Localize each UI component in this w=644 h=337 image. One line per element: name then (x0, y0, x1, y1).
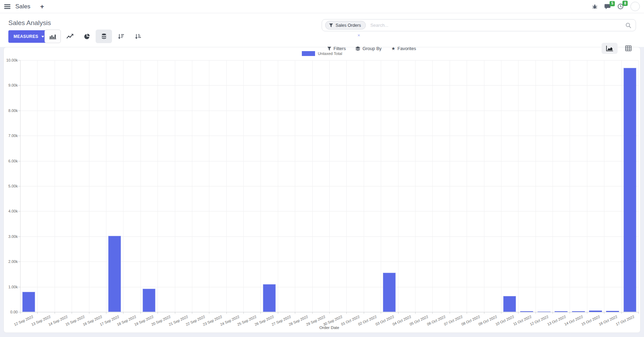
stacked-toggle-button[interactable] (96, 30, 112, 43)
x-tick-mark (501, 312, 501, 314)
debug-bug-icon[interactable] (592, 4, 597, 9)
y-tick-label: 9.00k (0, 83, 18, 87)
chart-bar[interactable] (623, 68, 636, 312)
chart-bar[interactable] (143, 289, 155, 312)
y-gridline (20, 161, 638, 161)
x-tick-mark (638, 312, 639, 314)
line-chart-button[interactable] (62, 30, 78, 43)
graph-view-button[interactable] (602, 43, 618, 54)
x-tick-mark (587, 312, 587, 314)
x-tick-mark (518, 312, 518, 314)
x-tick-mark (415, 312, 416, 314)
x-gridline (295, 60, 295, 312)
x-gridline (89, 60, 89, 312)
search-bar[interactable]: Sales Orders (322, 19, 636, 31)
chart-bar[interactable] (589, 311, 602, 312)
x-tick-mark (621, 312, 622, 314)
group-by-label: Group By (362, 46, 381, 51)
x-tick-mark (158, 312, 158, 314)
filters-button[interactable]: Filters (327, 46, 346, 51)
sort-ascending-button[interactable] (130, 30, 146, 43)
sort-descending-button[interactable] (113, 30, 129, 43)
chart-bar[interactable] (555, 311, 567, 312)
x-tick-mark (467, 312, 467, 314)
favorites-label: Favorites (397, 46, 416, 51)
activities-badge: 8 (622, 1, 628, 6)
facet-remove-button[interactable]: × (357, 33, 360, 38)
chart-bar[interactable] (606, 311, 619, 312)
search-facet-label: Sales Orders (336, 23, 361, 28)
x-tick-mark (329, 312, 330, 314)
x-gridline (432, 60, 433, 312)
y-tick-label: 6.00k (0, 159, 18, 163)
x-tick-mark (381, 312, 381, 314)
control-panel: Sales Analysis MEASURES Sales Orders (0, 13, 644, 47)
messages-icon[interactable]: 5 (604, 4, 611, 9)
filters-label: Filters (333, 46, 346, 51)
group-by-button[interactable]: Group By (355, 46, 381, 51)
x-gridline (346, 60, 347, 312)
x-tick-mark (209, 312, 209, 314)
x-tick-mark (123, 312, 123, 314)
x-tick-mark (20, 312, 21, 314)
chart-bar[interactable] (22, 292, 35, 312)
user-avatar[interactable] (630, 2, 640, 11)
bar-chart-button[interactable] (45, 30, 61, 43)
x-gridline (364, 60, 364, 312)
x-gridline (536, 60, 536, 312)
y-tick-label: 0.00 (0, 310, 18, 314)
y-gridline (20, 186, 638, 186)
pivot-view-button[interactable] (620, 43, 636, 54)
x-tick-mark (260, 312, 261, 314)
x-tick-mark (192, 312, 192, 314)
chart-bar[interactable] (538, 312, 550, 312)
x-gridline (260, 60, 261, 312)
x-gridline (467, 60, 467, 312)
x-gridline (604, 60, 604, 312)
x-tick-mark (140, 312, 141, 314)
new-tab-button[interactable]: + (40, 3, 44, 10)
x-gridline (501, 60, 501, 312)
chart-bar[interactable] (503, 296, 516, 312)
x-gridline (20, 60, 21, 312)
pie-chart-button[interactable] (79, 30, 95, 43)
chart-bar[interactable] (263, 284, 276, 312)
chart-bar[interactable] (108, 236, 121, 312)
x-gridline (158, 60, 158, 312)
y-gridline (20, 85, 638, 86)
x-gridline (638, 60, 639, 312)
x-tick-mark (37, 312, 38, 314)
y-gridline (20, 312, 638, 312)
app-name[interactable]: Sales (15, 3, 31, 10)
x-gridline (175, 60, 175, 312)
search-facet-sales-orders[interactable]: Sales Orders (325, 21, 366, 30)
favorites-button[interactable]: ★ Favorites (391, 46, 416, 51)
chart-bar[interactable] (520, 311, 533, 312)
x-tick-mark (364, 312, 364, 314)
x-gridline (72, 60, 72, 312)
x-gridline (209, 60, 209, 312)
chart-bar[interactable] (572, 311, 585, 312)
y-tick-mark (18, 161, 20, 161)
hamburger-menu-icon[interactable] (4, 4, 10, 9)
y-tick-mark (18, 287, 20, 287)
x-tick-mark (278, 312, 278, 314)
search-icon[interactable] (626, 23, 631, 28)
chart-bar[interactable] (383, 273, 396, 312)
page-title: Sales Analysis (8, 19, 51, 27)
activities-clock-icon[interactable]: 8 (618, 3, 623, 9)
measures-button[interactable]: MEASURES (8, 30, 49, 43)
x-gridline (381, 60, 381, 312)
x-axis-title: Order Date (20, 326, 638, 330)
x-tick-mark (72, 312, 72, 314)
x-tick-mark (89, 312, 89, 314)
x-tick-mark (536, 312, 536, 314)
y-gridline (20, 211, 638, 211)
view-switcher (602, 43, 636, 54)
search-input[interactable] (370, 22, 626, 28)
y-tick-mark (18, 136, 20, 136)
y-tick-label: 5.00k (0, 184, 18, 188)
x-gridline (553, 60, 553, 312)
x-tick-mark (398, 312, 399, 314)
x-tick-mark (312, 312, 313, 314)
